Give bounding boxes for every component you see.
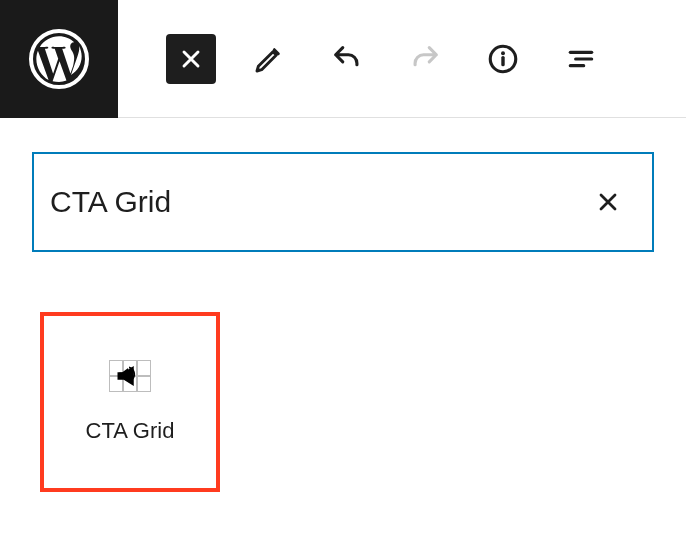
search-input[interactable] [48, 184, 588, 220]
outline-icon [565, 43, 597, 75]
close-icon [594, 188, 622, 216]
block-result-label: CTA Grid [86, 418, 175, 444]
undo-icon [330, 42, 364, 76]
outline-button[interactable] [556, 34, 606, 84]
redo-icon [408, 42, 442, 76]
edit-button[interactable] [244, 34, 294, 84]
pencil-icon [253, 43, 285, 75]
redo-button[interactable] [400, 34, 450, 84]
megaphone-grid-icon [109, 360, 151, 392]
wordpress-logo[interactable] [0, 0, 118, 118]
toolbar-buttons [118, 34, 606, 84]
search-results: CTA Grid [0, 252, 686, 550]
editor-toolbar [0, 0, 686, 118]
search-box[interactable] [32, 152, 654, 252]
info-button[interactable] [478, 34, 528, 84]
clear-search-button[interactable] [588, 182, 628, 222]
block-result-cta-grid[interactable]: CTA Grid [40, 312, 220, 492]
close-icon [177, 45, 205, 73]
block-search [32, 152, 654, 252]
info-icon [486, 42, 520, 76]
undo-button[interactable] [322, 34, 372, 84]
svg-rect-7 [118, 372, 121, 380]
wordpress-icon [27, 27, 91, 91]
svg-point-3 [501, 51, 505, 55]
close-inserter-button[interactable] [166, 34, 216, 84]
